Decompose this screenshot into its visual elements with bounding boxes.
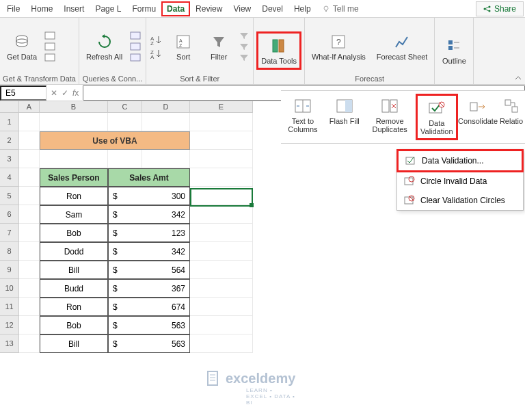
data-cell[interactable]: $ <box>108 224 142 242</box>
cell[interactable] <box>190 150 253 168</box>
data-validation-button[interactable]: Data Validation <box>416 94 459 140</box>
refresh-all-button[interactable]: Refresh All <box>82 29 126 64</box>
cell[interactable] <box>19 316 40 334</box>
name-box[interactable] <box>0 86 46 101</box>
text-to-columns-button[interactable]: Text to Columns <box>281 94 325 136</box>
data-cell[interactable]: Ron <box>40 187 108 205</box>
cell[interactable] <box>40 150 108 168</box>
relationships-button[interactable]: Relatio <box>498 94 525 128</box>
get-data-extras[interactable] <box>44 31 57 62</box>
data-cell[interactable]: Bill <box>40 334 108 353</box>
data-cell[interactable]: Bill <box>40 261 108 279</box>
cell[interactable] <box>19 224 40 242</box>
tab-help[interactable]: Help <box>288 1 317 16</box>
fx-icon[interactable]: fx <box>72 88 79 98</box>
data-cell[interactable]: $ <box>108 334 142 353</box>
cell[interactable] <box>142 150 190 168</box>
cell[interactable] <box>190 168 253 187</box>
tab-review[interactable]: Review <box>190 1 228 16</box>
cell[interactable] <box>190 224 253 242</box>
row-header[interactable]: 8 <box>0 242 19 261</box>
tab-home[interactable]: Home <box>25 1 58 16</box>
menu-circle-invalid[interactable]: Circle Invalid Data <box>397 172 523 191</box>
data-cell[interactable]: $ <box>108 205 142 224</box>
data-cell[interactable]: $ <box>108 187 142 205</box>
cell[interactable] <box>19 334 40 353</box>
outline-button[interactable]: Outline <box>438 34 470 68</box>
cell[interactable] <box>190 131 253 150</box>
cell[interactable] <box>19 261 40 279</box>
consolidate-button[interactable]: Consolidate <box>458 94 498 128</box>
cell[interactable] <box>190 242 253 261</box>
cell[interactable] <box>142 113 190 131</box>
row-header[interactable]: 10 <box>0 279 19 298</box>
data-cell[interactable]: $ <box>108 279 142 298</box>
what-if-button[interactable]: ? What-If Analysis <box>308 29 370 64</box>
cell[interactable] <box>108 150 142 168</box>
cell[interactable] <box>108 113 142 131</box>
cell[interactable] <box>190 187 253 205</box>
data-cell[interactable]: 300 <box>142 187 190 205</box>
header-cell[interactable]: Sales Amt <box>108 168 190 187</box>
filter-button[interactable]: Filter <box>202 29 235 64</box>
cell[interactable] <box>19 298 40 316</box>
cell[interactable] <box>190 316 253 334</box>
row-header[interactable]: 11 <box>0 298 19 316</box>
col-header-c[interactable]: C <box>108 101 142 113</box>
data-cell[interactable]: $ <box>108 261 142 279</box>
row-header[interactable]: 3 <box>0 150 19 168</box>
data-cell[interactable]: Bob <box>40 224 108 242</box>
data-cell[interactable]: 563 <box>142 316 190 334</box>
title-cell[interactable]: Use of VBA <box>40 131 190 150</box>
data-cell[interactable]: Bob <box>40 316 108 334</box>
share-button[interactable]: Share <box>476 1 524 16</box>
cell[interactable] <box>19 205 40 224</box>
cell[interactable] <box>190 205 253 224</box>
tab-view[interactable]: View <box>228 1 256 16</box>
collapse-ribbon-icon[interactable] <box>514 74 522 82</box>
row-header[interactable]: 4 <box>0 168 19 187</box>
data-cell[interactable]: Dodd <box>40 242 108 261</box>
data-cell[interactable]: Sam <box>40 205 108 224</box>
data-cell[interactable]: $ <box>108 298 142 316</box>
data-cell[interactable]: 367 <box>142 279 190 298</box>
data-cell[interactable]: 564 <box>142 261 190 279</box>
row-header[interactable]: 6 <box>0 205 19 224</box>
tab-insert[interactable]: Insert <box>58 1 90 16</box>
cell[interactable] <box>190 279 253 298</box>
tab-page-layout[interactable]: Page L <box>90 1 126 16</box>
tab-data[interactable]: Data <box>161 1 190 16</box>
cell[interactable] <box>190 113 253 131</box>
data-cell[interactable]: $ <box>108 316 142 334</box>
tab-file[interactable]: File <box>1 1 25 16</box>
row-header[interactable]: 1 <box>0 113 19 131</box>
tab-formulas[interactable]: Formu <box>126 1 161 16</box>
data-cell[interactable]: Ron <box>40 298 108 316</box>
row-header[interactable]: 2 <box>0 131 19 150</box>
cell[interactable] <box>190 334 253 353</box>
data-cell[interactable]: $ <box>108 242 142 261</box>
row-header[interactable]: 9 <box>0 261 19 279</box>
data-cell[interactable]: 342 <box>142 242 190 261</box>
col-header-a[interactable]: A <box>19 101 40 113</box>
data-cell[interactable]: 563 <box>142 334 190 353</box>
queries-extras[interactable] <box>129 31 143 62</box>
get-data-button[interactable]: Get Data <box>3 29 41 64</box>
row-header[interactable]: 13 <box>0 334 19 353</box>
data-tools-button[interactable]: Data Tools <box>256 31 301 70</box>
row-header[interactable]: 5 <box>0 187 19 205</box>
data-cell[interactable]: Budd <box>40 279 108 298</box>
cancel-icon[interactable]: ✕ <box>51 88 57 98</box>
cell[interactable] <box>190 298 253 316</box>
row-header[interactable]: 7 <box>0 224 19 242</box>
filter-extras[interactable] <box>238 31 250 62</box>
menu-clear-circles[interactable]: Clear Validation Circles <box>397 191 523 210</box>
cell[interactable] <box>19 279 40 298</box>
cell[interactable] <box>190 261 253 279</box>
col-header-e[interactable]: E <box>190 101 253 113</box>
cell[interactable] <box>19 150 40 168</box>
cell[interactable] <box>19 113 40 131</box>
cell[interactable] <box>19 168 40 187</box>
menu-data-validation[interactable]: Data Validation... <box>396 149 524 172</box>
select-all-corner[interactable] <box>0 101 19 113</box>
